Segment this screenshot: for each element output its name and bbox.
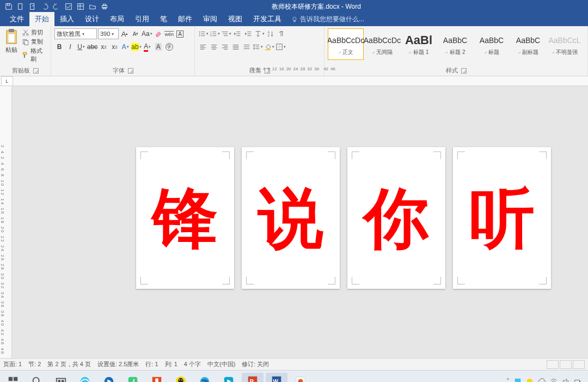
tab-references[interactable]: 引用 [130,12,155,26]
style-item-1[interactable]: AaBbCcDc⤶ 无间隔 [364,28,400,60]
font-color-button[interactable]: A▾ [143,41,152,52]
bold-button[interactable]: B [54,41,64,52]
sort-button[interactable]: AZ [266,28,275,39]
new-icon[interactable] [15,1,26,12]
tray-volume-icon[interactable] [562,378,569,383]
app-button[interactable] [218,373,240,383]
style-item-4[interactable]: AaBbC⤶ 标题 [474,28,510,60]
status-line[interactable]: 行: 1 [145,360,158,368]
recorder-button[interactable] [290,373,311,383]
tab-selector[interactable]: L [1,76,13,86]
align-distribute-button[interactable] [242,41,252,52]
superscript-button[interactable]: x2 [109,41,119,52]
office-button[interactable] [146,373,168,383]
align-center-button[interactable] [209,41,219,52]
style-item-5[interactable]: AaBbC⤶ 副标题 [510,28,546,60]
powerpoint-button[interactable]: P [242,373,264,383]
search-button[interactable] [26,373,48,383]
open-icon[interactable] [27,1,38,12]
shrink-font-button[interactable]: A▾ [131,28,140,39]
font-dialog-launcher[interactable] [128,68,133,74]
tab-mailings[interactable]: 邮件 [173,12,198,26]
tab-view[interactable]: 视图 [223,12,248,26]
save-icon[interactable] [3,1,14,12]
font-name-combo[interactable]: 微软雅黑▾ [54,28,97,39]
status-lang[interactable]: 中文(中国) [207,360,235,368]
taskview-button[interactable] [50,373,72,383]
system-tray[interactable]: ˄ [506,378,586,383]
tray-app-icon[interactable] [514,378,522,383]
music-button[interactable] [122,373,144,383]
style-item-6[interactable]: AaBbCcL⤶ 不明显强 [547,28,583,60]
style-gallery[interactable]: AaBbCcDc⤶ 正文AaBbCcDc⤶ 无间隔AaBl⤶ 标题 1AaBbC… [328,28,583,66]
tab-review[interactable]: 审阅 [198,12,223,26]
tray-chevron-icon[interactable]: ˄ [506,378,510,382]
tab-insert[interactable]: 插入 [54,12,79,26]
status-col[interactable]: 列: 1 [165,360,177,368]
word-button[interactable]: W [266,373,287,383]
folder-icon[interactable] [87,1,98,12]
status-page-of[interactable]: 第 2 页，共 4 页 [47,360,90,368]
style-item-2[interactable]: AaBl⤶ 标题 1 [401,28,437,60]
status-track[interactable]: 修订: 关闭 [242,360,269,368]
tray-battery-icon[interactable] [574,378,581,383]
align-justify-button[interactable] [231,41,241,52]
tab-pen[interactable]: 笔 [155,12,173,26]
align-right-button[interactable] [220,41,230,52]
view-buttons[interactable] [547,360,585,369]
tray-wifi-icon[interactable] [550,378,558,383]
qq-button[interactable] [170,373,192,383]
status-page[interactable]: 页面: 1 [3,360,22,368]
underline-button[interactable]: U▾ [76,41,86,52]
tab-home[interactable]: 开始 [29,12,54,26]
tab-file[interactable]: 文件 [4,12,29,26]
copy-button[interactable]: 复制 [22,38,47,46]
styles-dialog-launcher[interactable] [461,68,467,74]
tab-layout[interactable]: 布局 [105,12,130,26]
align-left-button[interactable] [198,41,208,52]
numbering-button[interactable]: 123▾ [210,28,220,39]
document-canvas[interactable]: 锋说你听 [12,86,588,358]
undo-icon[interactable] [39,1,50,12]
change-case-button[interactable]: Aa▾ [142,28,152,39]
char-shading-button[interactable]: A [154,41,163,52]
status-section[interactable]: 节: 2 [28,360,41,368]
italic-button[interactable]: I [65,41,75,52]
text-direction-button[interactable]: ▾ [254,28,265,39]
horizontal-ruler[interactable]: 8448121620242832364246 [252,66,335,71]
clear-format-button[interactable] [154,28,163,39]
tab-design[interactable]: 设计 [79,12,105,26]
edge-button[interactable] [194,373,216,383]
decrease-indent-button[interactable] [232,28,242,39]
page-3[interactable]: 你 [347,147,445,289]
line-spacing-button[interactable]: ▾ [253,41,263,52]
char-border-button[interactable]: A [175,28,185,39]
view-web-icon[interactable] [573,360,585,369]
table-icon[interactable] [75,1,86,12]
phonetic-guide-button[interactable]: wén [164,28,174,39]
redo-icon[interactable] [51,1,62,12]
tray-cloud-icon[interactable] [538,378,546,383]
style-item-0[interactable]: AaBbCcDc⤶ 正文 [328,28,364,60]
view-read-icon[interactable] [547,360,559,369]
subscript-button[interactable]: x2 [99,41,108,52]
style-item-3[interactable]: AaBbC⤶ 标题 2 [437,28,473,60]
bullets-button[interactable]: ▾ [198,28,209,39]
increase-indent-button[interactable] [243,28,253,39]
show-marks-button[interactable] [277,28,286,39]
view-print-icon[interactable] [560,360,572,369]
status-setting[interactable]: 设置值: 2.5厘米 [97,360,139,368]
page-4[interactable]: 听 [453,147,551,289]
tell-me-search[interactable]: 告诉我您想要做什么... [287,13,369,26]
page-2[interactable]: 说 [242,147,340,289]
highlight-button[interactable]: ab▾ [131,41,141,52]
print-icon[interactable] [99,1,110,12]
tab-developer[interactable]: 开发工具 [248,12,287,26]
enclose-char-button[interactable]: 字 [164,41,174,52]
checkbox-icon[interactable] [63,1,74,12]
text-effects-button[interactable]: A▾ [120,41,130,52]
font-size-combo[interactable]: 390▾ [98,28,119,39]
edge-old-button[interactable] [74,373,96,383]
clipboard-dialog-launcher[interactable] [33,68,39,74]
media-button[interactable] [98,373,120,383]
